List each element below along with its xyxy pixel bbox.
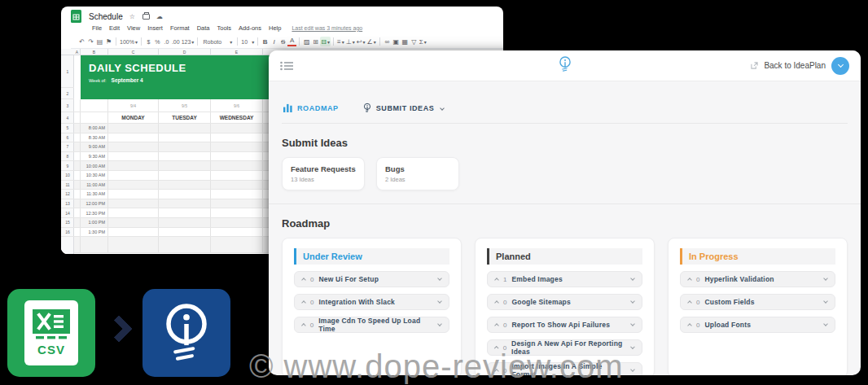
time-cell[interactable]: 11:00 AM	[81, 181, 108, 190]
idea-row[interactable]: 0Integration With Slack	[294, 294, 449, 310]
row-number[interactable]: 3	[61, 99, 74, 112]
row-number[interactable]: 2	[61, 88, 74, 99]
row-number[interactable]: 13	[61, 199, 74, 209]
board-card-bugs[interactable]: Bugs 2 Ideas	[376, 157, 459, 190]
row-number[interactable]: 10	[61, 171, 74, 181]
vertical-align-icon[interactable]: ⊥▾	[345, 37, 356, 46]
time-cell[interactable]: 10:30 AM	[81, 171, 108, 180]
fill-color-icon[interactable]: ▨	[302, 37, 311, 46]
chevron-down-icon[interactable]	[630, 322, 635, 326]
day-cell[interactable]: WEDNESDAY	[211, 112, 263, 123]
menu-format[interactable]: Format	[170, 24, 190, 32]
move-folder-icon[interactable]	[142, 14, 150, 20]
idea-row[interactable]: 0Report To Show Api Failures	[487, 317, 642, 333]
upvote-icon[interactable]	[494, 323, 499, 328]
merge-cells-icon[interactable]: ⊟▾	[320, 37, 331, 46]
strikethrough-button[interactable]: S	[278, 37, 287, 46]
row-number[interactable]: 16	[61, 228, 74, 238]
row-number[interactable]: 14	[61, 208, 74, 218]
text-color-button[interactable]: A	[287, 37, 296, 46]
chevron-down-icon[interactable]	[630, 344, 634, 348]
idea-row[interactable]: 0New Ui For Setup	[294, 271, 449, 287]
insert-link-icon[interactable]: ∞	[383, 37, 392, 46]
upvote-icon[interactable]	[301, 323, 306, 328]
col-header-b[interactable]: B	[81, 49, 108, 55]
star-icon[interactable]: ☆	[129, 13, 135, 20]
upvote-icon[interactable]	[687, 278, 692, 282]
time-cell[interactable]: 11:30 AM	[81, 190, 108, 199]
idea-row[interactable]: 0Image Cdn To Speed Up Load Time	[294, 317, 449, 333]
functions-icon[interactable]: Σ▾	[419, 37, 427, 46]
tab-roadmap[interactable]: ROADMAP	[283, 103, 339, 112]
menu-file[interactable]: File	[92, 24, 102, 32]
time-cell[interactable]: 10:00 AM	[81, 161, 108, 170]
time-cell[interactable]: 9:30 AM	[81, 152, 108, 161]
row-number-gutter[interactable]: 1 2 3 4 5 6 7 8 9 10 11 12 13 14 15 16	[61, 55, 74, 254]
horizontal-align-icon[interactable]: ≡▾	[336, 37, 345, 46]
print-icon[interactable]: ▤	[95, 37, 104, 46]
idea-row[interactable]: 1Embed Images	[487, 271, 642, 287]
more-formats-button[interactable]: 123▾	[181, 37, 195, 46]
back-to-ideaplan-link[interactable]: Back to IdeaPlan	[764, 61, 826, 70]
row-number[interactable]: 15	[61, 218, 74, 228]
menu-view[interactable]: View	[127, 24, 140, 32]
col-header-c[interactable]: C	[108, 49, 159, 55]
time-cell[interactable]: 9:00 AM	[81, 142, 108, 151]
menu-tools[interactable]: Tools	[217, 24, 232, 32]
chevron-down-icon[interactable]	[437, 276, 442, 281]
text-wrap-icon[interactable]: ↩▾	[356, 37, 366, 46]
idea-row[interactable]: 0Upload Fonts	[680, 317, 835, 333]
filter-icon[interactable]: ▽	[410, 37, 419, 46]
format-currency-button[interactable]: $	[144, 37, 153, 46]
doc-title[interactable]: Schedule	[89, 12, 123, 21]
chevron-down-icon[interactable]	[630, 299, 635, 304]
row-number[interactable]: 6	[61, 133, 74, 143]
tab-submit-ideas[interactable]: SUBMIT IDEAS	[363, 103, 445, 113]
time-cell[interactable]: 8:30 AM	[81, 133, 108, 142]
text-rotate-icon[interactable]: ∠▾	[366, 37, 377, 46]
col-header-e[interactable]: E	[211, 49, 263, 55]
chevron-down-icon[interactable]	[437, 322, 442, 326]
format-percent-button[interactable]: %	[153, 37, 162, 46]
time-cell[interactable]: 12:00 PM	[81, 199, 108, 208]
time-cell[interactable]: 1:30 PM	[81, 228, 108, 237]
chevron-down-icon[interactable]	[437, 299, 442, 304]
insert-chart-icon[interactable]: ▦	[401, 37, 410, 46]
insert-comment-icon[interactable]: ▣	[392, 37, 401, 46]
font-select[interactable]: Roboto▾	[200, 37, 235, 46]
paint-format-icon[interactable]: ⚑	[104, 37, 113, 46]
upvote-icon[interactable]	[494, 278, 499, 282]
date-cell[interactable]: 9/4	[108, 99, 159, 112]
idea-row[interactable]: 0Hyperlink Validation	[680, 271, 835, 287]
day-cell[interactable]: MONDAY	[108, 112, 159, 123]
menu-edit[interactable]: Edit	[109, 24, 120, 32]
undo-icon[interactable]: ↶	[77, 37, 86, 46]
row-number[interactable]: 1	[61, 55, 74, 88]
row-number[interactable]: 12	[61, 190, 74, 199]
upvote-icon[interactable]	[687, 300, 692, 305]
menu-addons[interactable]: Add-ons	[239, 24, 261, 32]
zoom-select[interactable]: 100%▾	[119, 37, 138, 46]
upvote-icon[interactable]	[494, 300, 499, 305]
chevron-down-icon[interactable]	[823, 276, 828, 281]
redo-icon[interactable]: ↷	[86, 37, 95, 46]
idea-row[interactable]: 0Google Sitemaps	[487, 294, 642, 310]
chevron-down-icon[interactable]	[630, 367, 635, 372]
avatar[interactable]	[831, 57, 849, 75]
row-number[interactable]: 9	[61, 161, 74, 171]
row-number[interactable]: 11	[61, 181, 74, 190]
italic-button[interactable]: I	[270, 37, 278, 46]
ideaplan-logo-icon[interactable]	[558, 55, 572, 77]
borders-icon[interactable]: ⊞	[311, 37, 320, 46]
menu-help[interactable]: Help	[269, 24, 281, 32]
upvote-icon[interactable]	[301, 278, 306, 282]
chevron-down-icon[interactable]	[823, 299, 828, 304]
day-cell[interactable]: TUESDAY	[159, 112, 211, 123]
menu-insert[interactable]: Insert	[147, 24, 163, 32]
chevron-down-icon[interactable]	[823, 322, 828, 326]
bold-button[interactable]: B	[261, 37, 270, 46]
time-cell[interactable]: 8:00 AM	[81, 124, 108, 133]
decrease-decimal-button[interactable]: .0	[162, 37, 171, 46]
col-header-a[interactable]: A	[74, 49, 81, 55]
date-cell[interactable]: 9/5	[159, 99, 211, 112]
